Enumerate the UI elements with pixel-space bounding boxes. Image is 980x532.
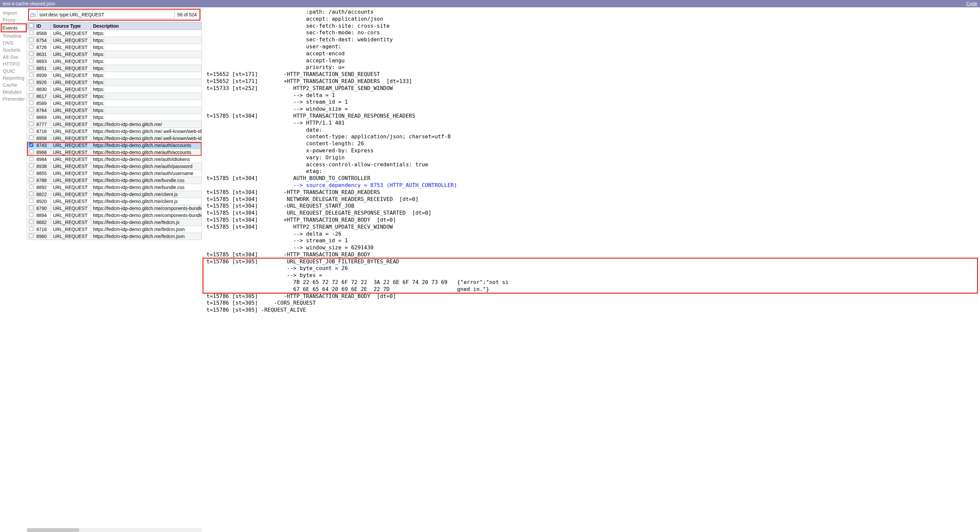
table-row[interactable]: 8568URL_REQUESThttps: (27, 30, 202, 37)
row-checkbox[interactable] (29, 233, 33, 238)
row-checkbox-cell[interactable] (27, 93, 34, 100)
nav-timeline[interactable]: Timeline (3, 32, 27, 39)
row-checkbox[interactable] (29, 87, 33, 91)
row-checkbox-cell[interactable] (27, 44, 34, 51)
row-checkbox-cell[interactable] (27, 233, 34, 240)
row-checkbox-cell[interactable] (27, 219, 34, 226)
row-checkbox-cell[interactable] (27, 58, 34, 65)
table-row[interactable]: 8960URL_REQUESThttps://fedcm-idp-demo.gl… (27, 233, 202, 240)
nav-reporting[interactable]: Reporting (3, 74, 27, 81)
table-row[interactable]: 8631URL_REQUESThttps: (27, 51, 202, 58)
table-row[interactable]: 8617URL_REQUESThttps: (27, 93, 202, 100)
row-checkbox[interactable] (29, 73, 33, 77)
table-row[interactable]: 8790URL_REQUESThttps://fedcm-idp-demo.gl… (27, 205, 202, 212)
detail-pane[interactable]: :path: /auth/accounts accept: applicatio… (202, 7, 980, 532)
row-checkbox-cell[interactable] (27, 30, 34, 37)
col-checkbox[interactable] (27, 22, 34, 30)
table-row[interactable]: 8984URL_REQUESThttps://fedcm-idp-demo.gl… (27, 156, 202, 163)
row-checkbox[interactable] (29, 136, 33, 140)
table-row[interactable]: 8764URL_REQUESThttps: (27, 107, 202, 114)
row-checkbox[interactable] (29, 52, 33, 56)
table-row[interactable]: 8938URL_REQUESThttps://fedcm-idp-demo.gl… (27, 163, 202, 170)
row-checkbox[interactable] (29, 227, 33, 231)
events-table-wrap[interactable]: ID Source Type Description 8568URL_REQUE… (27, 22, 202, 528)
row-checkbox[interactable] (29, 101, 33, 105)
row-checkbox-cell[interactable] (27, 72, 34, 79)
row-checkbox[interactable] (29, 171, 33, 175)
row-checkbox-cell[interactable] (27, 156, 34, 163)
row-checkbox-cell[interactable] (27, 121, 34, 128)
nav-quic[interactable]: QUIC (3, 67, 27, 74)
table-row[interactable]: 8718URL_REQUESThttps://fedcm-idp-demo.gl… (27, 226, 202, 233)
row-checkbox-cell[interactable] (27, 226, 34, 233)
table-row[interactable]: 8968URL_REQUESThttps://fedcm-idp-demo.gl… (27, 149, 202, 156)
filter-help-link[interactable]: (?) (30, 12, 36, 17)
row-checkbox[interactable] (29, 213, 33, 217)
nav-events[interactable]: Events (2, 24, 25, 31)
select-all-checkbox[interactable] (29, 23, 33, 28)
col-id[interactable]: ID (34, 22, 51, 30)
row-checkbox[interactable] (29, 129, 33, 133)
row-checkbox-cell[interactable] (27, 37, 34, 44)
table-row[interactable]: 8589URL_REQUESThttps: (27, 100, 202, 107)
row-checkbox-cell[interactable] (27, 170, 34, 177)
col-source-type[interactable]: Source Type (51, 22, 91, 30)
row-checkbox-cell[interactable] (27, 79, 34, 86)
nav-sockets[interactable]: Sockets (3, 46, 27, 53)
table-row[interactable]: 8788URL_REQUESThttps://fedcm-idp-demo.gl… (27, 177, 202, 184)
row-checkbox[interactable] (29, 38, 33, 42)
table-row[interactable]: 8726URL_REQUESThttps: (27, 44, 202, 51)
row-checkbox[interactable] (29, 199, 33, 203)
table-row[interactable]: 8892URL_REQUESThttps://fedcm-idp-demo.gl… (27, 184, 202, 191)
row-checkbox[interactable] (29, 44, 33, 49)
table-row[interactable]: 8851URL_REQUESThttps: (27, 65, 202, 72)
row-checkbox[interactable] (29, 192, 33, 196)
table-row[interactable]: 8777URL_REQUESThttps://fedcm-idp-demo.gl… (27, 121, 202, 128)
row-checkbox[interactable] (29, 178, 33, 182)
row-checkbox-cell[interactable] (27, 184, 34, 191)
row-checkbox-cell[interactable] (27, 100, 34, 107)
row-checkbox-cell[interactable] (27, 163, 34, 170)
row-checkbox-cell[interactable] (27, 177, 34, 184)
row-checkbox-cell[interactable] (27, 205, 34, 212)
row-checkbox-cell[interactable] (27, 149, 34, 156)
row-checkbox[interactable] (29, 59, 33, 63)
row-checkbox-cell[interactable] (27, 128, 34, 135)
row-checkbox[interactable] (29, 79, 33, 84)
row-checkbox[interactable] (29, 164, 33, 168)
table-row[interactable]: 8743URL_REQUESThttps://fedcm-idp-demo.gl… (27, 142, 202, 149)
table-row[interactable]: 8716URL_REQUESThttps://fedcm-idp-demo.gl… (27, 128, 202, 135)
table-row[interactable]: 8893URL_REQUESThttps: (27, 58, 202, 65)
row-checkbox-cell[interactable] (27, 142, 34, 149)
table-row[interactable]: 8926URL_REQUESThttps: (27, 79, 202, 86)
events-h-scrollbar[interactable] (27, 528, 202, 532)
nav-http2[interactable]: HTTP/2 (3, 60, 27, 67)
row-checkbox[interactable] (29, 115, 33, 119)
row-checkbox[interactable] (29, 220, 33, 224)
table-row[interactable]: 8754URL_REQUESThttps: (27, 37, 202, 44)
table-row[interactable]: 8855URL_REQUESThttps://fedcm-idp-demo.gl… (27, 170, 202, 177)
row-checkbox-cell[interactable] (27, 114, 34, 121)
row-checkbox[interactable] (29, 157, 33, 161)
nav-import[interactable]: Import (3, 10, 27, 16)
nav-prerender[interactable]: Prerender (3, 95, 27, 102)
row-checkbox[interactable] (29, 31, 33, 35)
row-checkbox-cell[interactable] (27, 135, 34, 142)
nav-modules[interactable]: Modules (3, 88, 27, 95)
nav-dns[interactable]: DNS (3, 39, 27, 46)
table-row[interactable]: 8894URL_REQUESThttps://fedcm-idp-demo.gl… (27, 212, 202, 219)
row-checkbox[interactable] (29, 66, 33, 70)
table-row[interactable]: 8920URL_REQUESThttps://fedcm-idp-demo.gl… (27, 198, 202, 205)
row-checkbox-cell[interactable] (27, 86, 34, 93)
table-row[interactable]: 8822URL_REQUESThttps://fedcm-idp-demo.gl… (27, 191, 202, 198)
code-link[interactable]: Code (966, 0, 977, 7)
table-row[interactable]: 8869URL_REQUESThttps: (27, 114, 202, 121)
row-checkbox[interactable] (29, 206, 33, 210)
row-checkbox[interactable] (29, 143, 33, 147)
nav-proxy[interactable]: Proxy (3, 16, 27, 23)
row-checkbox[interactable] (29, 94, 33, 98)
row-checkbox-cell[interactable] (27, 65, 34, 72)
table-row[interactable]: 8939URL_REQUESThttps: (27, 72, 202, 79)
filter-input[interactable] (37, 11, 175, 19)
row-checkbox-cell[interactable] (27, 212, 34, 219)
